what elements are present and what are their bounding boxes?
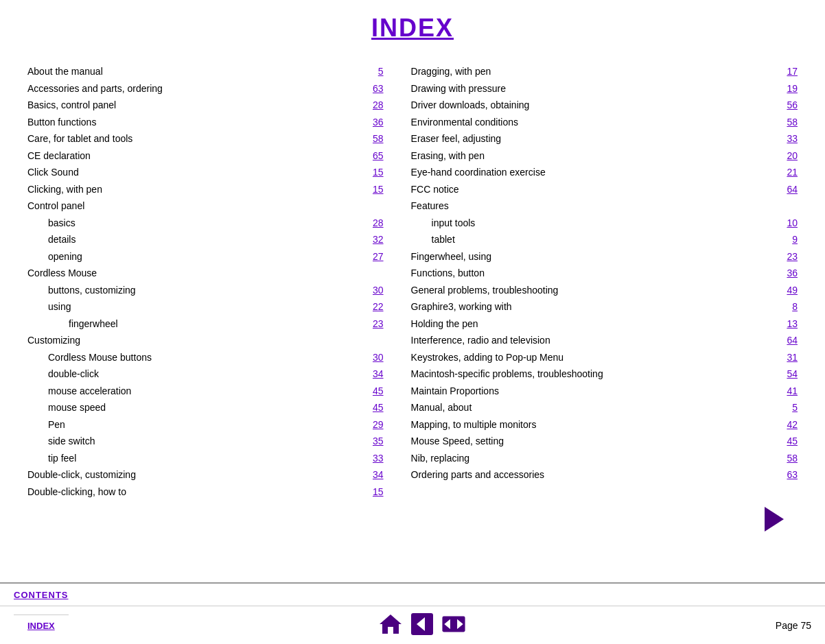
entry-text: Control panel (27, 198, 384, 215)
back-button[interactable] (410, 612, 434, 639)
list-item: Double-clicking, how to15 (27, 484, 384, 501)
entry-text: Features (411, 198, 798, 215)
entry-page[interactable]: 36 (777, 265, 798, 282)
index-footer-link[interactable]: INDEX (14, 615, 69, 636)
entry-page[interactable]: 32 (363, 231, 384, 248)
entry-page[interactable]: 9 (777, 231, 798, 248)
entry-page[interactable]: 28 (363, 215, 384, 232)
entry-text: Customizing (27, 332, 384, 349)
entry-page[interactable]: 31 (777, 349, 798, 366)
entry-page[interactable]: 8 (777, 298, 798, 315)
nav-icons (378, 612, 466, 639)
entry-page[interactable]: 34 (363, 466, 384, 484)
entry-page[interactable]: 33 (363, 450, 384, 467)
list-item: Cordless Mouse (27, 265, 384, 282)
entry-text: tip feel (27, 450, 363, 467)
entry-page[interactable]: 58 (777, 450, 798, 467)
entry-text: Graphire3, working with (411, 298, 777, 315)
entry-page[interactable]: 64 (777, 181, 798, 198)
entry-text: double-click (27, 366, 363, 383)
list-item: Double-click, customizing34 (27, 466, 384, 484)
entry-text: Pen (27, 416, 363, 433)
entry-text: Manual, about (411, 399, 777, 416)
entry-page[interactable]: 15 (363, 164, 384, 181)
entry-text: Maintain Proportions (411, 383, 777, 400)
entry-text: Double-click, customizing (27, 466, 363, 484)
entry-page[interactable]: 5 (777, 399, 798, 416)
entry-page[interactable]: 19 (777, 80, 798, 97)
entry-page[interactable]: 45 (363, 383, 384, 400)
list-item: Functions, button36 (411, 265, 798, 282)
entry-page[interactable]: 23 (363, 315, 384, 333)
entry-text: Ordering parts and accessories (411, 466, 777, 484)
nav-footer: INDEX (0, 606, 825, 644)
entry-page[interactable]: 49 (777, 282, 798, 299)
list-item: Ordering parts and accessories63 (411, 466, 798, 484)
entry-page[interactable]: 29 (363, 416, 384, 433)
page-title: INDEX (27, 14, 798, 43)
entry-page[interactable]: 15 (363, 181, 384, 198)
entry-page[interactable]: 5 (363, 63, 384, 80)
entry-page[interactable]: 13 (777, 315, 798, 333)
entry-page[interactable]: 58 (363, 130, 384, 147)
entry-text: tablet (411, 231, 777, 248)
entry-page[interactable]: 45 (363, 399, 384, 416)
list-item: Pen29 (27, 416, 384, 433)
entry-page[interactable]: 35 (363, 433, 384, 450)
entry-page[interactable]: 23 (777, 248, 798, 265)
list-item: tip feel33 (27, 450, 384, 467)
entry-text: buttons, customizing (27, 282, 363, 299)
entry-page[interactable]: 30 (363, 349, 384, 366)
entry-page[interactable]: 21 (777, 164, 798, 181)
entry-page[interactable]: 41 (777, 383, 798, 400)
entry-page[interactable]: 58 (777, 114, 798, 131)
entry-page[interactable]: 65 (363, 147, 384, 165)
entry-text: Dragging, with pen (411, 63, 777, 80)
entry-page[interactable]: 28 (363, 97, 384, 114)
home-button[interactable] (378, 612, 403, 639)
entry-page[interactable]: 17 (777, 63, 798, 80)
list-item: Driver downloads, obtaining56 (411, 97, 798, 114)
entry-page[interactable]: 63 (777, 466, 798, 484)
list-item: side switch35 (27, 433, 384, 450)
prev-next-button[interactable] (441, 612, 466, 639)
entry-page[interactable]: 20 (777, 147, 798, 165)
list-item: Manual, about5 (411, 399, 798, 416)
list-item: CE declaration65 (27, 147, 384, 165)
entry-text: Drawing with pressure (411, 80, 777, 97)
entry-text: Eye-hand coordination exercise (411, 164, 777, 181)
entry-page[interactable]: 36 (363, 114, 384, 131)
entry-page[interactable]: 34 (363, 366, 384, 383)
entry-page[interactable]: 22 (363, 298, 384, 315)
entry-page[interactable]: 64 (777, 332, 798, 349)
list-item: opening27 (27, 248, 384, 265)
entry-page[interactable]: 15 (363, 484, 384, 501)
entry-page[interactable]: 10 (777, 215, 798, 232)
list-item: Clicking, with pen15 (27, 181, 384, 198)
next-page-arrow[interactable] (765, 507, 784, 532)
entry-page[interactable]: 54 (777, 366, 798, 383)
contents-link[interactable]: CONTENTS (14, 590, 69, 600)
list-item: Graphire3, working with8 (411, 298, 798, 315)
entry-page[interactable]: 42 (777, 416, 798, 433)
main-content: INDEX About the manual5Accessories and p… (0, 0, 825, 582)
index-columns: About the manual5Accessories and parts, … (27, 63, 798, 500)
list-item: buttons, customizing30 (27, 282, 384, 299)
list-item: Mapping, to multiple monitors42 (411, 416, 798, 433)
entry-text: Holding the pen (411, 315, 777, 333)
list-item: Eraser feel, adjusting33 (411, 130, 798, 147)
entry-page[interactable]: 27 (363, 248, 384, 265)
list-item: Features (411, 198, 798, 215)
entry-page[interactable]: 33 (777, 130, 798, 147)
list-item: Nib, replacing58 (411, 450, 798, 467)
list-item: basics28 (27, 215, 384, 232)
entry-text: fingerwheel (27, 315, 363, 333)
list-item: Eye-hand coordination exercise21 (411, 164, 798, 181)
entry-page[interactable]: 45 (777, 433, 798, 450)
entry-page[interactable]: 63 (363, 80, 384, 97)
list-item: Dragging, with pen17 (411, 63, 798, 80)
entry-page[interactable]: 56 (777, 97, 798, 114)
entry-page[interactable]: 30 (363, 282, 384, 299)
list-item: Care, for tablet and tools58 (27, 130, 384, 147)
entry-text: Cordless Mouse buttons (27, 349, 363, 366)
